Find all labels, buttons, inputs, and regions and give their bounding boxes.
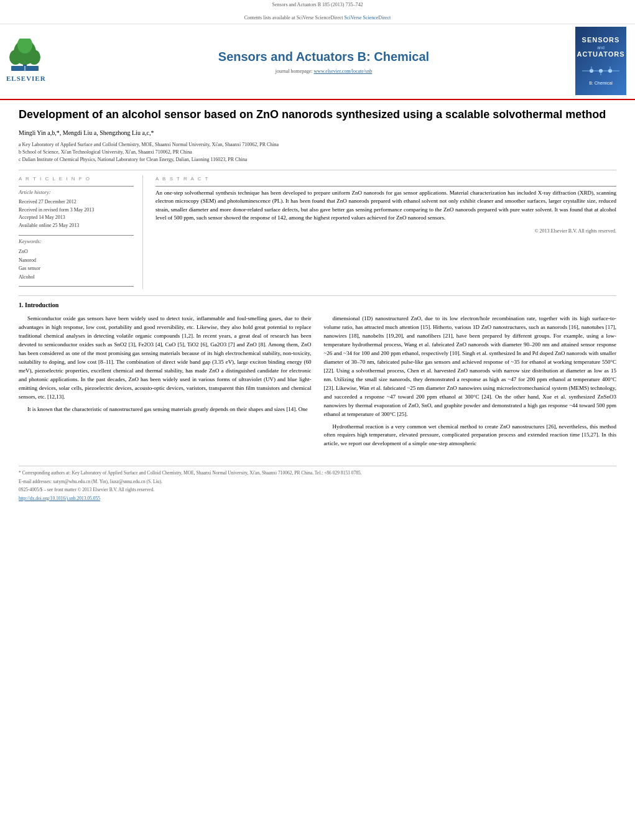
journal-homepage: journal homepage: www.elsevier.com/locat… [75,68,573,75]
issn-note: 0925-4005/$ – see front matter © 2013 El… [19,487,616,494]
sciverse-bar: Contents lists available at SciVerse Sci… [0,13,635,24]
header-main: ELSEVIER Sensors and Actuators B: Chemic… [0,27,635,99]
info-bottom-rule [19,286,134,287]
homepage-link[interactable]: www.elsevier.com/locate/snb [314,68,373,74]
article-info-panel: A R T I C L E I N F O Article history: R… [19,175,143,290]
sensors-logo-b-label: B: Chemical [589,80,613,86]
page: Sensors and Actuators B 185 (2013) 735–7… [0,0,635,840]
email-note: E-mail addresses: xatym@whu.edu.cn (M. Y… [19,479,616,486]
sciverse-text: Contents lists available at SciVerse Sci… [244,15,343,21]
info-abstract-section: A R T I C L E I N F O Article history: R… [19,175,616,290]
keyword-alcohol: Alcohol [19,273,134,282]
keyword-nanorod: Nanorod [19,256,134,265]
received-date: Received 27 December 2012 [19,198,134,206]
divider-before-body [19,295,616,296]
journal-title-center: Sensors and Actuators B: Chemical journa… [75,48,573,75]
body-text-section: Semiconductor oxide gas sensors have bee… [19,315,616,452]
abstract-top-rule [155,186,616,187]
sensors-logo-text3: ACTUATORS [577,50,624,58]
abstract-label: A B S T R A C T [155,175,616,182]
sensors-logo-circuit-icon [579,62,623,80]
journal-reference-bar: Sensors and Actuators B 185 (2013) 735–7… [0,0,635,9]
article-info-label: A R T I C L E I N F O [19,175,134,182]
article-content: Development of an alcohol sensor based o… [0,100,635,459]
elsevier-logo: ELSEVIER [6,39,75,83]
intro-col1-p1: Semiconductor oxide gas sensors have bee… [19,315,312,401]
intro-heading: 1. Introduction [19,301,616,310]
accepted-date: Accepted 14 May 2013 [19,214,134,222]
article-title: Development of an alcohol sensor based o… [19,108,616,122]
authors-text: Mingli Yin a,b,*, Mengdi Liu a, Shengzho… [19,129,154,136]
keyword-gas-sensor: Gas sensor [19,264,134,273]
abstract-text: An one-step solvothermal synthesis techn… [155,189,616,223]
affiliations: a Key Laboratory of Applied Surface and … [19,141,616,164]
available-date: Available online 25 May 2013 [19,222,134,230]
abstract-panel: A B S T R A C T An one-step solvothermal… [155,175,616,290]
sensors-logo-text2: and [597,45,605,51]
article-authors: Mingli Yin a,b,*, Mengdi Liu a, Shengzho… [19,129,616,137]
keywords-label: Keywords: [19,238,134,246]
revised-date: Received in revised form 3 May 2013 [19,206,134,215]
elsevier-wordmark: ELSEVIER [6,74,46,83]
doi-link: http://dx.doi.org/10.1016/j.snb.2013.05.… [19,496,616,502]
svg-point-3 [28,50,40,65]
body-col-right: dimensional (1D) nanostructured ZnO, due… [324,315,617,452]
svg-point-2 [9,50,22,65]
info-top-rule [19,186,134,187]
intro-col2-p1: dimensional (1D) nanostructured ZnO, due… [324,315,617,418]
doi-anchor[interactable]: http://dx.doi.org/10.1016/j.snb.2013.05.… [19,496,100,501]
homepage-label: journal homepage: [276,68,313,74]
info-middle-rule [19,235,134,236]
affiliation-b: b School of Science, Xi'an Technological… [19,149,616,156]
affiliation-c: c Dalian Institute of Chemical Physics, … [19,156,616,164]
sensors-logo-text1: SENSORS [582,36,620,44]
history-label: Article history: [19,189,134,196]
elsevier-tree-icon [6,39,44,73]
copyright-text: © 2013 Elsevier B.V. All rights reserved… [155,228,616,234]
journal-title: Sensors and Actuators B: Chemical [75,48,573,65]
sensors-actuators-logo: SENSORS and ACTUATORS B: Chemical [573,27,629,95]
body-col-left: Semiconductor oxide gas sensors have bee… [19,315,312,452]
keywords-list: ZnO Nanorod Gas sensor Alcohol [19,247,134,281]
divider-after-affiliations [19,170,616,170]
article-history: Article history: Received 27 December 20… [19,189,134,230]
sensors-logo-box: SENSORS and ACTUATORS B: Chemical [575,27,626,95]
intro-col1-p2: It is known that the characteristic of n… [19,405,312,414]
sciverse-link[interactable]: SciVerse ScienceDirect [344,15,391,21]
intro-col2-p2: Hydrothermal reaction is a very common w… [324,423,617,449]
keywords-section: Keywords: ZnO Nanorod Gas sensor Alcohol [19,238,134,281]
journal-header: Contents lists available at SciVerse Sci… [0,9,635,100]
affiliation-a: a Key Laboratory of Applied Surface and … [19,141,616,149]
keyword-zno: ZnO [19,247,134,256]
corresponding-author-note: * Corresponding authors at: Key Laborato… [19,470,616,477]
journal-ref-text: Sensors and Actuators B 185 (2013) 735–7… [272,2,363,7]
page-footer: * Corresponding authors at: Key Laborato… [19,466,616,502]
